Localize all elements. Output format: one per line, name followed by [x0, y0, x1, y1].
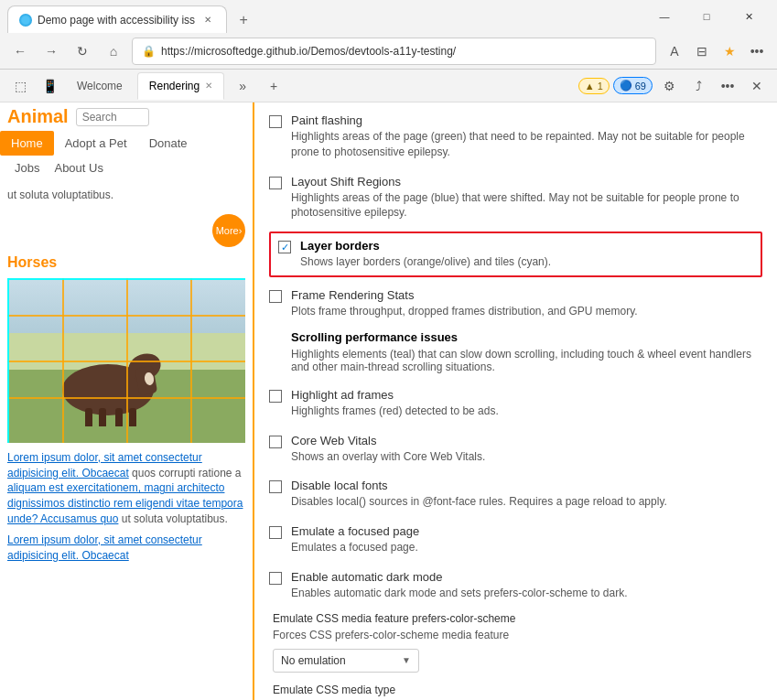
address-input[interactable]: 🔒 https://microsoftedge.github.io/Demos/… [132, 38, 656, 65]
devtools-inspect-icon[interactable]: ⬚ [7, 73, 33, 99]
lorem-link-3[interactable]: Lorem ipsum dolor, sit amet consectetur … [7, 533, 202, 562]
lorem-section: Lorem ipsum dolor, sit amet consectetur … [0, 447, 253, 567]
paint-flashing-row: Paint flashing Highlights areas of the p… [269, 110, 762, 164]
tab-close-button[interactable]: ✕ [200, 13, 215, 27]
devtools-actions: ▲ 1 🔵 69 ⚙ ⤴ ••• ✕ [578, 73, 770, 99]
tab-welcome[interactable]: Welcome [66, 72, 134, 100]
active-tab[interactable]: Demo page with accessibility iss ✕ [7, 5, 227, 33]
website-panel: Animal Home Adopt a Pet Donate Jobs Abou… [0, 102, 254, 700]
rendering-tab-label: Rendering [149, 80, 200, 92]
paint-flashing-desc: Highlights areas of the page (green) tha… [291, 129, 762, 160]
devtools-settings-icon[interactable]: ⚙ [656, 73, 682, 99]
welcome-tab-label: Welcome [77, 80, 123, 92]
devtools-device-icon[interactable]: 📱 [37, 73, 62, 99]
css-scheme-arrow-icon: ▼ [402, 655, 411, 665]
layer-borders-checkbox[interactable] [278, 241, 291, 253]
emulate-focused-checkbox[interactable] [269, 526, 282, 539]
nav-about[interactable]: About Us [47, 157, 110, 178]
frame-stats-text: Frame Rendering Stats Plots frame throug… [291, 288, 638, 319]
minimize-button[interactable]: — [643, 0, 685, 33]
layout-shift-row: Layout Shift Regions Highlights areas of… [269, 171, 762, 225]
layout-shift-title: Layout Shift Regions [291, 175, 762, 188]
core-web-vitals-checkbox[interactable] [269, 436, 282, 448]
warning-count: 1 [598, 81, 603, 92]
devtools-close-icon[interactable]: ✕ [744, 73, 770, 99]
home-button[interactable]: ⌂ [101, 38, 126, 64]
rendering-panel[interactable]: Paint flashing Highlights areas of the p… [254, 102, 777, 700]
css-media-label: Emulate CSS media type [273, 684, 759, 696]
close-button[interactable]: ✕ [728, 0, 770, 33]
disable-local-fonts-text: Disable local fonts Disables local() sou… [291, 479, 667, 510]
disable-local-fonts-title: Disable local fonts [291, 479, 667, 492]
css-media-dropdown-row: Emulate CSS media type Forces media type… [269, 684, 762, 700]
devtools-more-tabs[interactable]: » [230, 73, 255, 99]
address-bar: ← → ↻ ⌂ 🔒 https://microsoftedge.github.i… [0, 33, 777, 70]
layer-borders-row: Layer borders Shows layer borders (orang… [269, 232, 762, 277]
highlight-ad-checkbox[interactable] [269, 390, 282, 403]
nav-jobs[interactable]: Jobs [7, 157, 47, 178]
devtools-more-icon[interactable]: ••• [715, 73, 740, 99]
core-web-vitals-text: Core Web Vitals Shows an overlay with Co… [291, 434, 485, 465]
layer-borders-title: Layer borders [300, 239, 551, 253]
browser-frame: Demo page with accessibility iss ✕ + — □… [0, 0, 777, 700]
frame-stats-checkbox[interactable] [269, 290, 282, 303]
nav-home[interactable]: Home [0, 131, 54, 156]
core-web-vitals-title: Core Web Vitals [291, 434, 485, 447]
new-tab-button[interactable]: + [231, 7, 256, 33]
refresh-button[interactable]: ↻ [70, 38, 95, 64]
auto-dark-row: Enable automatic dark mode Enables autom… [269, 566, 762, 605]
auto-dark-checkbox[interactable] [269, 572, 282, 585]
disable-local-fonts-checkbox[interactable] [269, 480, 282, 493]
tab-rendering[interactable]: Rendering ✕ [137, 72, 224, 100]
auto-dark-text: Enable automatic dark mode Enables autom… [291, 570, 628, 601]
emulate-focused-title: Emulate a focused page [291, 524, 419, 538]
css-scheme-dropdown-row: Emulate CSS media feature prefers-color-… [269, 612, 762, 673]
favorites-icon[interactable]: ★ [717, 38, 742, 64]
info-badge[interactable]: 🔵 69 [613, 77, 653, 94]
horse-image [7, 278, 245, 443]
svg-rect-5 [115, 408, 123, 426]
back-button[interactable]: ← [7, 38, 33, 64]
warning-badge[interactable]: ▲ 1 [578, 78, 610, 94]
more-button[interactable]: More › [212, 214, 245, 247]
emulate-focused-text: Emulate a focused page Emulates a focuse… [291, 524, 419, 555]
info-count: 69 [635, 81, 646, 92]
paint-flashing-checkbox[interactable] [269, 115, 282, 128]
rendering-tab-close[interactable]: ✕ [205, 81, 212, 91]
devtools-dock-icon[interactable]: ⤴ [685, 73, 711, 99]
window-controls: — □ ✕ [643, 0, 770, 33]
frame-stats-row: Frame Rendering Stats Plots frame throug… [269, 285, 762, 323]
site-search-input[interactable] [76, 108, 149, 126]
frame-stats-title: Frame Rendering Stats [291, 288, 638, 302]
nav-adopt[interactable]: Adopt a Pet [54, 131, 138, 156]
horses-section-title: Horses [0, 251, 253, 275]
css-scheme-value: No emulation [281, 654, 346, 667]
highlight-ad-title: Highlight ad frames [291, 388, 499, 402]
reader-mode-icon[interactable]: ⊟ [689, 38, 715, 64]
highlight-ad-row: Highlight ad frames Highlights frames (r… [269, 384, 762, 423]
nav-donate[interactable]: Donate [138, 131, 199, 156]
tab-strip: Demo page with accessibility iss ✕ + [7, 0, 636, 33]
browser-more-icon[interactable]: ••• [744, 38, 770, 64]
emulate-focused-row: Emulate a focused page Emulates a focuse… [269, 521, 762, 559]
site-title: Animal [7, 106, 69, 127]
devtools-tab-bar: ⬚ 📱 Welcome Rendering ✕ » + ▲ 1 🔵 69 ⚙ ⤴… [0, 70, 777, 102]
more-label: More [216, 225, 239, 236]
core-web-vitals-desc: Shows an overlay with Core Web Vitals. [291, 449, 485, 465]
rendering-content: Paint flashing Highlights areas of the p… [254, 102, 777, 700]
scrolling-section: Scrolling performance issues Highlights … [269, 330, 762, 373]
svg-rect-4 [99, 408, 106, 426]
disable-local-fonts-desc: Disables local() sources in @font-face r… [291, 494, 667, 510]
forward-button[interactable]: → [38, 38, 64, 64]
highlight-ad-desc: Highlights frames (red) detected to be a… [291, 404, 499, 419]
site-nav: Home Adopt a Pet Donate Jobs About Us [0, 131, 253, 180]
paint-flashing-title: Paint flashing [291, 113, 762, 127]
primary-nav: Home Adopt a Pet Donate [0, 131, 253, 156]
scrolling-header: Scrolling performance issues [269, 330, 762, 344]
maximize-button[interactable]: □ [685, 0, 728, 33]
font-size-icon[interactable]: A [662, 38, 687, 64]
body-text: ut soluta voluptatibus. [7, 188, 113, 201]
layout-shift-checkbox[interactable] [269, 177, 282, 189]
css-scheme-select[interactable]: No emulation ▼ [273, 649, 419, 673]
devtools-new-tab[interactable]: + [261, 73, 286, 99]
